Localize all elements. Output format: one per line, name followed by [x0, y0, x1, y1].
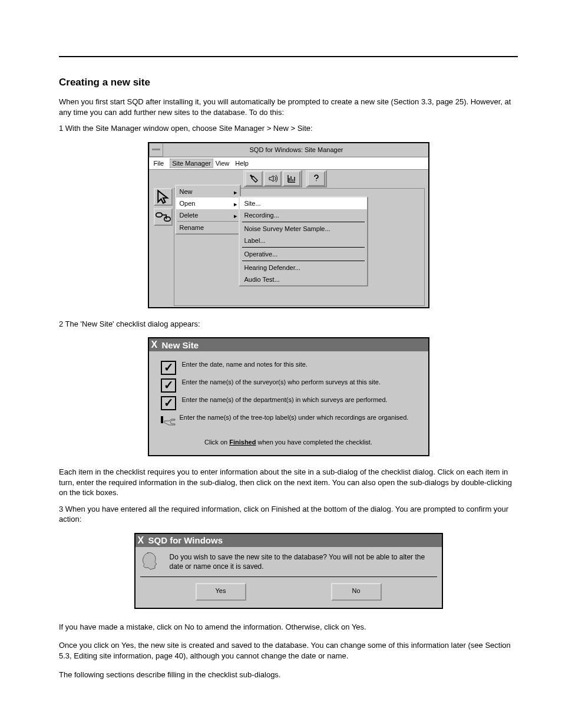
menu-item-delete[interactable]: Delete▸ [176, 209, 240, 221]
submenu-item-recording[interactable]: Recording... [240, 209, 367, 221]
menu-item-new[interactable]: New▸ [176, 186, 240, 197]
step-1: 1 With the Site Manager window open, cho… [59, 123, 518, 134]
svg-rect-1 [164, 217, 170, 221]
checkbox-icon[interactable] [161, 361, 176, 375]
checkbox-icon[interactable] [161, 396, 176, 410]
menubar: File Site Manager View Help [149, 157, 428, 170]
checklist-row-2[interactable]: Enter the name(s) of the surveyor(s) who… [161, 378, 416, 393]
checkbox-icon[interactable] [161, 378, 176, 393]
close-icon[interactable]: X [138, 536, 148, 545]
help-icon[interactable] [308, 171, 325, 186]
step-3: 3 When you have entered all the required… [59, 504, 518, 525]
new-submenu: Site... Recording... Noise Survey Meter … [239, 196, 368, 286]
close-icon[interactable]: X [151, 340, 162, 350]
submenu-item-hearing-defender[interactable]: Hearing Defender... [240, 262, 367, 274]
intro-paragraph: When you first start SQD after installin… [59, 97, 518, 117]
pointing-hand-icon[interactable] [161, 414, 174, 426]
confirm-message: Do you wish to save the new site to the … [170, 551, 437, 571]
checklist-label-2: Enter the name(s) of the surveyor(s) who… [182, 378, 416, 387]
no-button[interactable]: No [331, 583, 382, 601]
checklist-label-4: Enter the name(s) of the tree-top label(… [180, 414, 416, 422]
menu-help[interactable]: Help [235, 160, 249, 167]
menu-file[interactable]: File [154, 160, 164, 167]
finished-hint: Click on Finished when you have complete… [157, 439, 420, 446]
dialog-title: New Site [162, 340, 199, 350]
menu-view[interactable]: View [216, 160, 230, 167]
checklist-label-1: Enter the date, name and notes for this … [182, 361, 416, 369]
after-paragraph-1: If you have made a mistake, click on No … [59, 622, 518, 633]
submenu-item-audio-test[interactable]: Audio Test... [240, 274, 367, 285]
chart-icon[interactable] [283, 171, 300, 186]
submenu-item-label[interactable]: Label... [240, 235, 367, 246]
svg-rect-2 [161, 416, 163, 423]
paragraph-checklist-explain: Each item in the checklist requires you … [59, 467, 518, 498]
step-2: 2 The 'New Site' checklist dialog appear… [59, 319, 518, 330]
yes-button[interactable]: Yes [196, 583, 246, 601]
pointer-icon[interactable] [154, 188, 173, 206]
checklist-row-4[interactable]: Enter the name(s) of the tree-top label(… [161, 414, 416, 426]
spray-icon[interactable] [245, 171, 263, 186]
menu-site-manager[interactable]: Site Manager [170, 159, 213, 168]
titlebar: SQD for Windows: Site Manager [149, 143, 428, 157]
svg-rect-0 [156, 213, 162, 217]
finished-link[interactable]: Finished [229, 439, 256, 446]
window-title: SQD for Windows: Site Manager [165, 146, 428, 153]
confirm-dialog: X SQD for Windows Do you wish to save th… [134, 533, 443, 609]
submenu-item-site[interactable]: Site... [240, 197, 367, 209]
checklist-row-1[interactable]: Enter the date, name and notes for this … [161, 361, 416, 375]
system-menu-icon[interactable] [149, 143, 163, 157]
after-paragraph-3: The following sections describe filling … [59, 670, 518, 680]
site-manager-menu: New▸ Open▸ Delete▸ Rename [175, 185, 241, 235]
checklist-row-3[interactable]: Enter the name(s) of the department(s) i… [161, 396, 416, 410]
submenu-item-operative[interactable]: Operative... [240, 248, 367, 260]
link-icon[interactable] [154, 208, 173, 226]
after-paragraph-2: Once you click on Yes, the new site is c… [59, 640, 518, 661]
section-title: Creating a new site [59, 77, 518, 88]
dialog-title: SQD for Windows [148, 535, 223, 545]
app-window: SQD for Windows: Site Manager File Site … [148, 142, 429, 308]
checklist-label-3: Enter the name(s) of the department(s) i… [182, 396, 416, 404]
audio-icon[interactable] [264, 171, 282, 186]
new-site-dialog: X New Site Enter the date, name and note… [148, 337, 429, 456]
head-profile-icon [140, 551, 161, 572]
menu-item-rename[interactable]: Rename [176, 222, 240, 233]
menu-item-open[interactable]: Open▸ [176, 197, 240, 209]
header-rule [59, 56, 518, 57]
submenu-item-noise-survey[interactable]: Noise Survey Meter Sample... [240, 223, 367, 235]
